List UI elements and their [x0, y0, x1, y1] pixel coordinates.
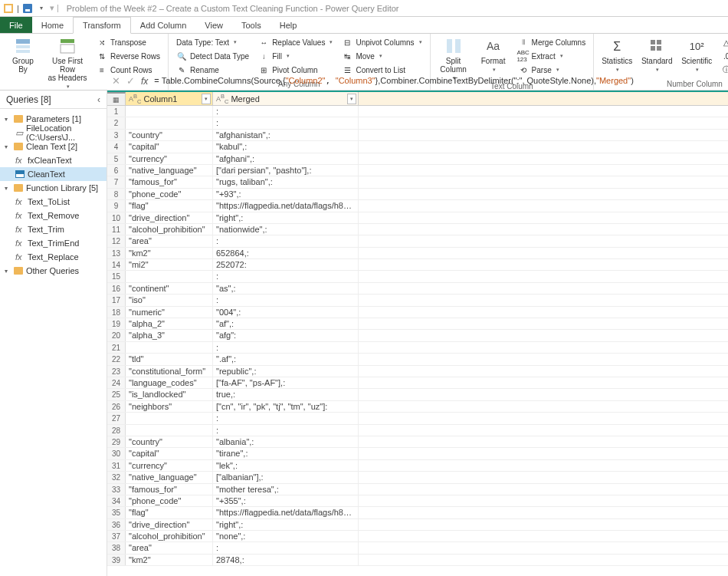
table-row[interactable]: 39"km2"28748,: — [107, 555, 728, 566]
row-number[interactable]: 12 — [107, 235, 126, 246]
table-row[interactable]: 1: — [107, 106, 728, 117]
replace-values-button[interactable]: ↔Replace Values — [255, 35, 336, 49]
cell-col1[interactable]: "famous_for" — [126, 484, 213, 495]
cell-col2[interactable]: : — [213, 425, 359, 436]
row-number[interactable]: 28 — [107, 425, 126, 436]
statistics-button[interactable]: ΣStatistics — [598, 35, 635, 74]
table-row[interactable]: 24"language_codes"["fa-AF", "ps-AF"],: — [107, 377, 728, 389]
tab-file[interactable]: File — [0, 17, 32, 33]
cell-col1[interactable]: "numeric" — [126, 307, 213, 318]
table-row[interactable]: 33"famous_for""mother teresa",: — [107, 484, 728, 495]
cell-col2[interactable]: : — [213, 542, 359, 553]
cell-col2[interactable]: "albania",: — [213, 436, 359, 447]
cell-col1[interactable]: "alpha_2" — [126, 318, 213, 329]
cell-col2[interactable]: : — [213, 235, 359, 246]
detect-data-type-button[interactable]: 🔍Detect Data Type — [173, 49, 252, 63]
cell-col2[interactable]: "lek",: — [213, 460, 359, 471]
tab-transform[interactable]: Transform — [73, 17, 131, 34]
table-row[interactable]: 13"km2"652864,: — [107, 248, 728, 259]
expand-icon[interactable]: ▾ — [5, 185, 11, 192]
row-number[interactable]: 39 — [107, 555, 126, 565]
cell-col2[interactable]: "afghanistan",: — [213, 130, 359, 140]
row-number[interactable]: 10 — [107, 212, 126, 223]
cell-col1[interactable]: "capital" — [126, 141, 213, 152]
unpivot-button[interactable]: ⊟Unpivot Columns — [339, 35, 425, 49]
table-row[interactable]: 23"constitutional_form""republic",: — [107, 366, 728, 377]
row-number[interactable]: 9 — [107, 200, 126, 211]
cell-col1[interactable]: "native_language" — [126, 472, 213, 482]
use-first-row-button[interactable]: Use First Row as Headers — [44, 35, 90, 91]
cell-col2[interactable]: "004",: — [213, 307, 359, 318]
cell-col1[interactable]: "country" — [126, 130, 213, 140]
row-number[interactable]: 35 — [107, 507, 126, 518]
cell-col1[interactable]: "phone_code" — [126, 495, 213, 506]
cell-col2[interactable]: "https://flagpedia.net/data/flags/h80/af… — [213, 200, 359, 211]
tree-item[interactable]: fxText_TrimEnd — [0, 236, 107, 250]
standard-button[interactable]: Standard — [638, 35, 675, 74]
cell-col2[interactable]: : — [213, 413, 359, 423]
table-row[interactable]: 12"area": — [107, 235, 728, 247]
table-row[interactable]: 7"famous_for""rugs, taliban",: — [107, 176, 728, 188]
table-row[interactable]: 15: — [107, 271, 728, 282]
merge-columns-button[interactable]: ⫴Merge Columns — [515, 35, 589, 49]
cell-col2[interactable]: "nationwide",: — [213, 224, 359, 235]
expand-icon[interactable]: ▾ — [5, 268, 11, 275]
tree-group[interactable]: ▾Function Library [5] — [0, 181, 107, 195]
tree-item[interactable]: CleanText — [0, 167, 107, 181]
table-row[interactable]: 9"flag""https://flagpedia.net/data/flags… — [107, 200, 728, 212]
row-number[interactable]: 3 — [107, 130, 126, 140]
row-number[interactable]: 6 — [107, 165, 126, 176]
table-row[interactable]: 11"alcohol_prohibition""nationwide",: — [107, 224, 728, 235]
row-number[interactable]: 27 — [107, 413, 126, 423]
cell-col2[interactable]: : — [213, 295, 359, 305]
cell-col1[interactable]: "famous_for" — [126, 176, 213, 187]
cell-col1[interactable] — [126, 117, 213, 128]
row-number[interactable]: 16 — [107, 283, 126, 294]
row-number[interactable]: 29 — [107, 436, 126, 447]
column-header-column1[interactable]: ABC Column1 ▾ — [126, 92, 213, 105]
cell-col2[interactable]: "right",: — [213, 519, 359, 530]
table-row[interactable]: 27: — [107, 413, 728, 424]
cell-col1[interactable]: "phone_code" — [126, 189, 213, 199]
table-row[interactable]: 29"country""albania",: — [107, 436, 728, 448]
data-grid[interactable]: ▦ ABC Column1 ▾ ABC Merged ▾ 1:2:3"count… — [107, 91, 728, 566]
row-number[interactable]: 21 — [107, 342, 126, 353]
qat-dropdown-icon[interactable]: ▾ — [36, 3, 47, 14]
row-number[interactable]: 22 — [107, 354, 126, 364]
row-number[interactable]: 4 — [107, 141, 126, 152]
cell-col1[interactable]: "alpha_3" — [126, 330, 213, 341]
cell-col2[interactable]: "right",: — [213, 212, 359, 223]
table-row[interactable]: 32"native_language"["albanian"],: — [107, 472, 728, 483]
row-number[interactable]: 37 — [107, 531, 126, 541]
table-row[interactable]: 14"mi2"252072: — [107, 259, 728, 271]
move-button[interactable]: ↹Move — [339, 49, 425, 63]
table-row[interactable]: 26"neighbors"["cn", "ir", "pk", "tj", "t… — [107, 401, 728, 413]
cell-col2[interactable]: "af",: — [213, 318, 359, 329]
table-row[interactable]: 38"area": — [107, 542, 728, 554]
row-number[interactable]: 38 — [107, 542, 126, 553]
trigonometry-button[interactable]: △Trigonometry — [718, 35, 728, 49]
queries-tree[interactable]: ▾Parameters [1]▭FileLocation (C:\Users\J… — [0, 109, 107, 576]
row-number[interactable]: 1 — [107, 106, 126, 117]
cell-col1[interactable]: "neighbors" — [126, 401, 213, 412]
tab-add-column[interactable]: Add Column — [131, 17, 196, 33]
tree-group[interactable]: ▾Other Queries — [0, 264, 107, 278]
cell-col1[interactable]: "constitutional_form" — [126, 366, 213, 377]
tree-item[interactable]: fxText_Remove — [0, 209, 107, 222]
reverse-rows-button[interactable]: ⇅Reverse Rows — [93, 49, 163, 63]
extract-button[interactable]: ABC123Extract — [515, 49, 589, 63]
tab-help[interactable]: Help — [271, 17, 307, 33]
row-number[interactable]: 7 — [107, 176, 126, 187]
table-row[interactable]: 5"currency""afghani",: — [107, 153, 728, 165]
row-number[interactable]: 19 — [107, 318, 126, 329]
cell-col2[interactable]: "+355",: — [213, 495, 359, 506]
row-number[interactable]: 11 — [107, 224, 126, 235]
row-number[interactable]: 17 — [107, 295, 126, 305]
row-number[interactable]: 8 — [107, 189, 126, 199]
cell-col2[interactable]: "none",: — [213, 531, 359, 541]
row-number[interactable]: 30 — [107, 448, 126, 459]
filter-col2-icon[interactable]: ▾ — [347, 94, 356, 104]
cell-col2[interactable]: "tirane",: — [213, 448, 359, 459]
formula-accept-icon[interactable]: ✓ — [126, 75, 135, 87]
table-row[interactable]: 4"capital""kabul",: — [107, 141, 728, 153]
